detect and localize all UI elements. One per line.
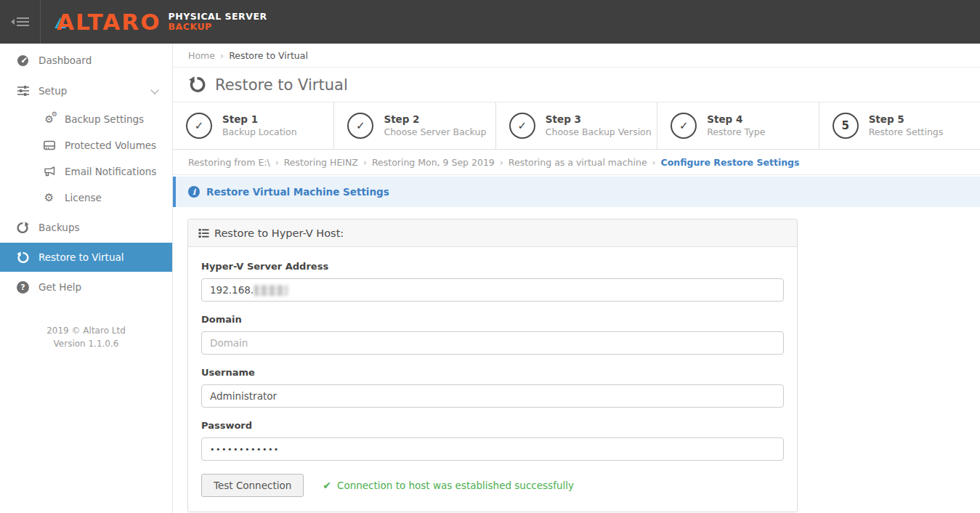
check-icon: ✓	[679, 119, 689, 132]
dashboard-icon	[16, 54, 30, 67]
step-name: Step 4	[707, 113, 765, 126]
breadcrumb-current: Restore to Virtual	[229, 50, 308, 61]
step-name: Step 1	[222, 113, 297, 126]
page-title-bar: Restore to Virtual	[173, 68, 980, 102]
chevron-down-icon	[150, 86, 158, 94]
panel-body: Hyper-V Server Address 192.168. Domain U…	[188, 247, 797, 512]
breadcrumb: Home › Restore to Virtual	[173, 44, 980, 68]
trail-separator-icon: ›	[652, 157, 656, 168]
server-address-label: Hyper-V Server Address	[201, 261, 784, 272]
sidebar-item-backups[interactable]: Backups	[0, 212, 172, 243]
license-gear-icon: ⚙	[42, 193, 56, 203]
sidebar-item-setup[interactable]: Setup	[0, 76, 172, 106]
product-name-line1: PHYSICAL SERVER	[169, 12, 267, 22]
step-desc: Choose Server Backup	[384, 126, 486, 138]
main-content: Home › Restore to Virtual Restore to Vir…	[173, 44, 980, 513]
version-text: Version 1.1.0.6	[0, 337, 172, 350]
question-circle-icon: ?	[16, 281, 30, 294]
sidebar-toggle-button[interactable]	[0, 0, 41, 44]
product-name-line2: BACKUP	[169, 22, 267, 32]
sidebar-item-backup-settings[interactable]: ⚙⚙ Backup Settings	[0, 106, 172, 132]
rotate-right-icon	[16, 222, 30, 234]
sidebar: Dashboard Setup ⚙⚙ Backup Settings Prote…	[0, 44, 173, 513]
step-name: Step 3	[546, 113, 652, 126]
gears-icon: ⚙⚙	[42, 114, 56, 124]
breadcrumb-separator-icon: ›	[220, 50, 224, 61]
trail-separator-icon: ›	[363, 157, 367, 168]
rotate-left-icon	[16, 251, 30, 264]
step-name: Step 2	[384, 113, 486, 126]
sidebar-item-label: Backup Settings	[65, 113, 144, 125]
server-address-value: 192.168.	[210, 284, 254, 296]
domain-label: Domain	[201, 314, 784, 325]
brand-name: ALTARO	[57, 9, 161, 35]
password-input[interactable]	[201, 437, 784, 461]
sidebar-item-label: Restore to Virtual	[39, 251, 123, 263]
sidebar-item-email-notifications[interactable]: Email Notifications	[0, 158, 172, 185]
trail-item-restore-type[interactable]: Restoring as a virtual machine	[509, 157, 647, 168]
altaro-logo: ALTARO PHYSICAL SERVER BACKUP	[55, 11, 267, 33]
breadcrumb-home-link[interactable]: Home	[188, 50, 215, 61]
server-address-input[interactable]: 192.168.	[201, 278, 784, 302]
copyright-text: 2019 © Altaro Ltd	[0, 324, 172, 337]
wizard-steps: ✓ Step 1 Backup Location ✓ Step 2 Choose…	[173, 102, 980, 150]
restore-trail: Restoring from E:\ › Restoring HEINZ › R…	[173, 150, 980, 175]
test-connection-button[interactable]: Test Connection	[201, 474, 304, 497]
step-desc: Choose Backup Version	[546, 126, 652, 138]
panel-title: Restore to Hyper-V Host:	[214, 227, 344, 239]
step-number: 5	[841, 119, 849, 132]
sidebar-item-label: Email Notifications	[65, 166, 156, 177]
step-desc: Backup Location	[222, 126, 297, 138]
info-banner-text: Restore Virtual Machine Settings	[206, 186, 389, 198]
check-icon: ✓	[356, 119, 365, 132]
step-3-choose-backup-version[interactable]: ✓ Step 3 Choose Backup Version	[495, 102, 657, 149]
sidebar-item-label: Setup	[39, 85, 67, 97]
sidebar-item-dashboard[interactable]: Dashboard	[0, 45, 172, 76]
sidebar-item-label: Dashboard	[39, 54, 92, 66]
sidebar-item-label: License	[65, 192, 102, 203]
sidebar-item-restore-to-virtual[interactable]: Restore to Virtual	[0, 243, 172, 272]
step-5-circle: 5	[833, 113, 859, 139]
restore-icon	[189, 76, 206, 93]
step-1-backup-location[interactable]: ✓ Step 1 Backup Location	[173, 102, 333, 149]
sliders-icon	[16, 85, 30, 97]
megaphone-icon	[42, 166, 56, 177]
username-label: Username	[201, 367, 784, 378]
step-desc: Restore Settings	[869, 126, 944, 138]
top-header: ALTARO PHYSICAL SERVER BACKUP	[0, 0, 980, 44]
restore-host-panel: Restore to Hyper-V Host: Hyper-V Server …	[187, 219, 798, 512]
trail-separator-icon: ›	[500, 157, 503, 168]
hard-drive-icon	[42, 140, 56, 150]
step-3-circle: ✓	[509, 113, 535, 139]
sidebar-item-get-help[interactable]: ? Get Help	[0, 272, 172, 302]
sidebar-item-label: Protected Volumes	[65, 140, 156, 151]
username-input[interactable]	[201, 384, 784, 408]
step-1-circle: ✓	[186, 113, 212, 139]
trail-current-configure-settings[interactable]: Configure Restore Settings	[661, 157, 800, 168]
step-2-circle: ✓	[347, 113, 373, 139]
success-check-icon: ✔	[323, 480, 331, 491]
sidebar-footer: 2019 © Altaro Ltd Version 1.1.0.6	[0, 324, 172, 350]
step-2-choose-server-backup[interactable]: ✓ Step 2 Choose Server Backup	[333, 102, 495, 149]
trail-item-server[interactable]: Restoring HEINZ	[284, 157, 358, 168]
step-name: Step 5	[869, 113, 944, 126]
trail-item-version[interactable]: Restoring Mon, 9 Sep 2019	[372, 157, 495, 168]
sidebar-item-label: Backups	[39, 222, 80, 233]
step-5-restore-settings[interactable]: 5 Step 5 Restore Settings	[819, 102, 980, 149]
step-4-restore-type[interactable]: ✓ Step 4 Restore Type	[657, 102, 818, 149]
check-icon: ✓	[518, 119, 527, 132]
test-connection-row: Test Connection ✔ Connection to host was…	[201, 474, 784, 497]
password-label: Password	[201, 420, 784, 431]
list-icon	[198, 228, 209, 238]
hamburger-icon	[11, 15, 29, 28]
redacted-ip-segment	[254, 285, 288, 296]
info-icon: i	[188, 186, 200, 198]
success-text: Connection to host was established succe…	[337, 480, 574, 491]
step-desc: Restore Type	[707, 126, 765, 138]
sidebar-item-protected-volumes[interactable]: Protected Volumes	[0, 132, 172, 158]
info-banner: i Restore Virtual Machine Settings	[173, 177, 980, 207]
trail-item-source[interactable]: Restoring from E:\	[188, 157, 270, 168]
sidebar-item-license[interactable]: ⚙ License	[0, 185, 172, 211]
step-4-circle: ✓	[671, 113, 697, 139]
domain-input[interactable]	[201, 331, 784, 355]
